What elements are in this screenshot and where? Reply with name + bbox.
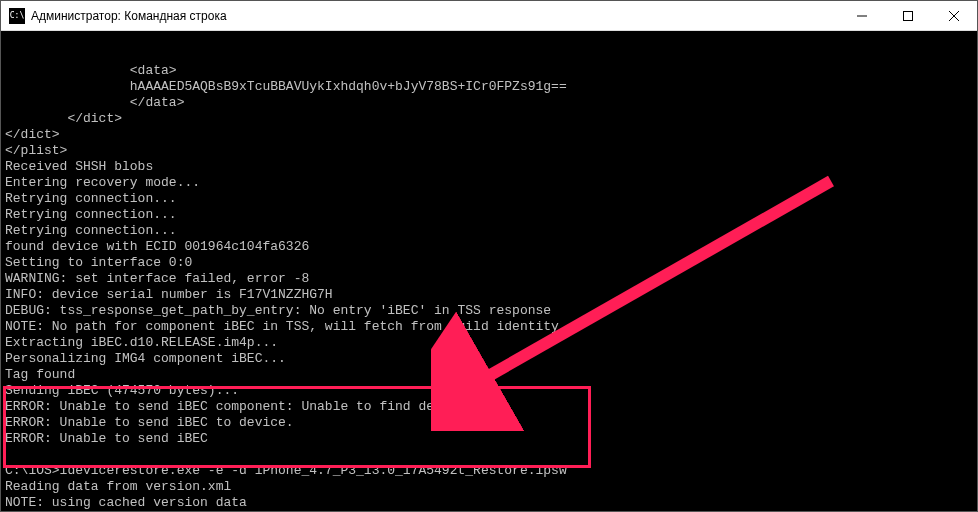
terminal-line: hAAAAED5AQBsB9xTcuBBAVUykIxhdqh0v+bJyV78… bbox=[5, 79, 973, 95]
command-prompt-window: C:\ Администратор: Командная строка <dat… bbox=[0, 0, 978, 512]
svg-rect-1 bbox=[904, 11, 913, 20]
terminal-line: </plist> bbox=[5, 143, 973, 159]
terminal-line: <data> bbox=[5, 63, 973, 79]
terminal-line: Reading data from version.xml bbox=[5, 479, 973, 495]
window-controls bbox=[839, 1, 977, 30]
terminal-line: ERROR: Unable to send iBEC bbox=[5, 431, 973, 447]
terminal-line: Retrying connection... bbox=[5, 207, 973, 223]
terminal-line: Extracting iBEC.d10.RELEASE.im4p... bbox=[5, 335, 973, 351]
terminal-line: NOTE: No path for component iBEC in TSS,… bbox=[5, 319, 973, 335]
terminal-line: </dict> bbox=[5, 111, 973, 127]
terminal-line: Setting to interface 0:0 bbox=[5, 255, 973, 271]
terminal-line: </dict> bbox=[5, 127, 973, 143]
terminal-line: ERROR: Unable to send iBEC to device. bbox=[5, 415, 973, 431]
terminal-line: WARNING: set interface failed, error -8 bbox=[5, 271, 973, 287]
terminal-line: C:\iOS>idevicerestore.exe -e -d iPhone_4… bbox=[5, 463, 973, 479]
app-icon: C:\ bbox=[9, 8, 25, 24]
terminal-line: Retrying connection... bbox=[5, 191, 973, 207]
terminal-line: Tag found bbox=[5, 367, 973, 383]
terminal-line: NOTE: using cached version data bbox=[5, 495, 973, 511]
terminal-line: </data> bbox=[5, 95, 973, 111]
maximize-button[interactable] bbox=[885, 1, 931, 30]
close-button[interactable] bbox=[931, 1, 977, 30]
window-title: Администратор: Командная строка bbox=[31, 9, 839, 23]
terminal-line: Retrying connection... bbox=[5, 223, 973, 239]
terminal-line: INFO: device serial number is F17V1NZZHG… bbox=[5, 287, 973, 303]
terminal-line: Entering recovery mode... bbox=[5, 175, 973, 191]
terminal-line: Received SHSH blobs bbox=[5, 159, 973, 175]
terminal-line: ERROR: Unable to send iBEC component: Un… bbox=[5, 399, 973, 415]
terminal-output[interactable]: <data> hAAAAED5AQBsB9xTcuBBAVUykIxhdqh0v… bbox=[1, 31, 977, 511]
minimize-button[interactable] bbox=[839, 1, 885, 30]
titlebar[interactable]: C:\ Администратор: Командная строка bbox=[1, 1, 977, 31]
terminal-line: Personalizing IMG4 component iBEC... bbox=[5, 351, 973, 367]
terminal-line: found device with ECID 001964c104fa6326 bbox=[5, 239, 973, 255]
terminal-line: Sending iBEC (474570 bytes)... bbox=[5, 383, 973, 399]
terminal-line bbox=[5, 447, 973, 463]
terminal-line: DEBUG: tss_response_get_path_by_entry: N… bbox=[5, 303, 973, 319]
